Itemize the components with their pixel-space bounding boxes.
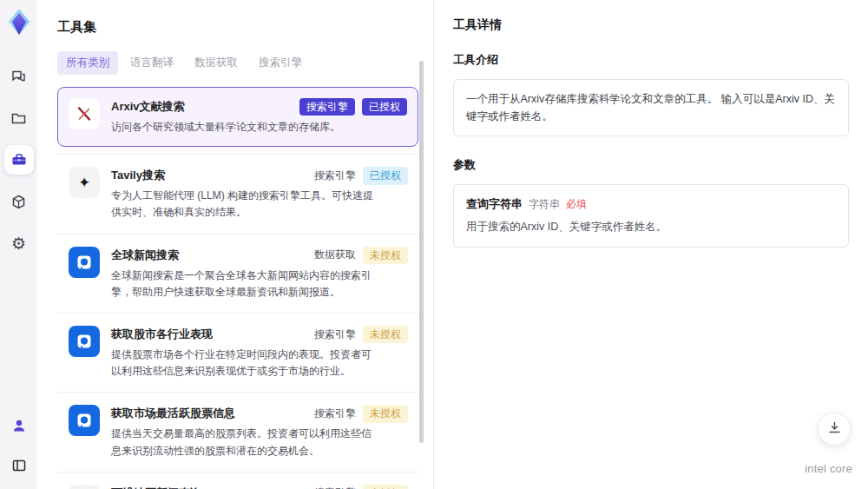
param-name: 查询字符串 [466, 196, 523, 212]
tool-details-panel: 工具详情 工具介绍 一个用于从Arxiv存储库搜索科学论文和文章的工具。 输入可… [434, 0, 868, 489]
tool-item-arxiv[interactable]: Arxiv文献搜索 搜索引擎 已授权 访问各个研究领域大量科学论文和文章的存储库… [57, 87, 418, 147]
panel-layout-icon [11, 458, 27, 473]
auth-badge: 未授权 [363, 326, 408, 343]
app-logo-icon [6, 8, 32, 36]
rail-nav: ⚙ [4, 62, 34, 258]
auth-badge: 未授权 [363, 405, 408, 422]
tool-name: 全球新闻搜索 [111, 247, 307, 263]
page-title: 工具集 [57, 19, 411, 36]
tab-all-categories[interactable]: 所有类别 [57, 51, 118, 75]
intro-heading: 工具介绍 [453, 52, 849, 68]
chat-icon [10, 69, 27, 85]
tool-item-sector-performance[interactable]: 获取股市各行业表现 搜索引擎 未授权 提供股票市场各个行业在特定时间段内的表现。… [57, 314, 418, 393]
category-label: 搜索引擎 [314, 327, 356, 342]
tool-name: 获取市场最活跃股票信息 [111, 405, 307, 421]
sidebar-item-tools[interactable] [4, 145, 34, 175]
stock-tool-logo-icon [69, 405, 100, 436]
app-window: ⚙ 工具集 所有类别 语 [0, 0, 868, 489]
tool-item-tavily[interactable]: ✦ Tavily搜索 搜索引擎 已授权 专为人工智能代理 (LLM) 构建的搜索… [57, 154, 418, 234]
category-tabs: 所有类别 语言翻译 数据获取 搜索引擎 [57, 51, 411, 75]
auth-badge: 未授权 [363, 485, 408, 489]
tool-description: 全球新闻搜索是一个聚合全球各大新闻网站内容的搜索引擎，帮助用户快速获取全球最新资… [111, 268, 373, 301]
arxiv-logo-icon [69, 98, 100, 129]
auth-badge: 已授权 [362, 98, 407, 116]
tool-item-global-news[interactable]: 全球新闻搜索 数据获取 未授权 全球新闻搜索是一个聚合全球各大新闻网站内容的搜索… [57, 235, 418, 314]
sidebar-item-files[interactable] [4, 103, 34, 133]
tool-description: 专为人工智能代理 (LLM) 构建的搜索引擎工具。可快速提供实时、准确和真实的结… [111, 188, 373, 221]
scrollbar-thumb[interactable] [419, 61, 424, 443]
tab-data-fetch[interactable]: 数据获取 [186, 51, 247, 75]
folder-icon [10, 110, 27, 127]
auth-badge: 未授权 [363, 247, 408, 264]
cube-icon [10, 194, 27, 210]
tool-name: Arxiv文献搜索 [111, 98, 293, 115]
left-rail: ⚙ [0, 0, 37, 489]
tool-description: 访问各个研究领域大量科学论文和文章的存储库。 [111, 119, 373, 135]
download-icon [827, 420, 842, 439]
news-search-logo-icon [69, 247, 100, 278]
category-badge: 搜索引擎 [299, 98, 355, 116]
tavily-logo-icon: ✦ [69, 167, 100, 198]
auth-badge: 已授权 [363, 167, 408, 184]
category-label: 搜索引擎 [314, 169, 356, 183]
parameter-card: 查询字符串 字符串 必填 用于搜索的Arxiv ID、关键字或作者姓名。 [453, 184, 849, 248]
tab-search-engine[interactable]: 搜索引擎 [250, 51, 311, 75]
tool-name: Tavily搜索 [111, 167, 307, 183]
tool-intro-text: 一个用于从Arxiv存储库搜索科学论文和文章的工具。 输入可以是Arxiv ID… [453, 79, 849, 136]
param-type: 字符串 [529, 197, 560, 212]
param-description: 用于搜索的Arxiv ID、关键字或作者姓名。 [466, 220, 836, 235]
params-heading: 参数 [453, 157, 849, 173]
sidebar-item-account[interactable] [4, 411, 34, 440]
category-label: 搜索引擎 [314, 406, 356, 421]
sidebar-item-chat[interactable] [4, 62, 34, 91]
tool-list: Arxiv文献搜索 搜索引擎 已授权 访问各个研究领域大量科学论文和文章的存储库… [57, 87, 418, 489]
tool-name: 获取股市各行业表现 [111, 326, 307, 342]
details-title: 工具详情 [453, 17, 849, 33]
gear-icon: ⚙ [11, 235, 26, 252]
tool-item-active-stocks[interactable]: 获取市场最活跃股票信息 搜索引擎 未授权 提供当天交易量最高的股票列表。投资者可… [57, 393, 418, 472]
tool-name: 万维地区新闻查询 [111, 485, 307, 489]
category-label: 数据获取 [314, 248, 356, 262]
param-required-flag: 必填 [566, 197, 587, 212]
newspaper-icon [69, 485, 100, 489]
rail-bottom [4, 411, 34, 480]
category-label: 搜索引擎 [314, 486, 356, 489]
tool-item-regional-news[interactable]: 万维地区新闻查询 搜索引擎 未授权 查询具体行政区划内的新闻，快速了解各地新闻动… [57, 472, 418, 489]
stock-tool-logo-icon [69, 326, 100, 357]
toolbox-icon [10, 151, 28, 169]
tool-description: 提供股票市场各个行业在特定时间段内的表现。投资者可以利用这些信息来识别表现优于或… [111, 347, 373, 380]
tool-description: 提供当天交易量最高的股票列表。投资者可以利用这些信息来识别流动性强的股票和潜在的… [111, 426, 373, 459]
intel-core-logo: intel core [805, 462, 852, 475]
sidebar-item-packages[interactable] [4, 187, 34, 216]
sidebar-item-collapse-panel[interactable] [4, 451, 34, 480]
download-button[interactable] [818, 413, 851, 446]
sidebar-item-settings[interactable]: ⚙ [4, 228, 34, 258]
user-icon [11, 418, 27, 433]
tools-panel: 工具集 所有类别 语言翻译 数据获取 搜索引擎 Arxiv文献搜索 [37, 0, 434, 489]
tab-translation[interactable]: 语言翻译 [122, 51, 182, 75]
